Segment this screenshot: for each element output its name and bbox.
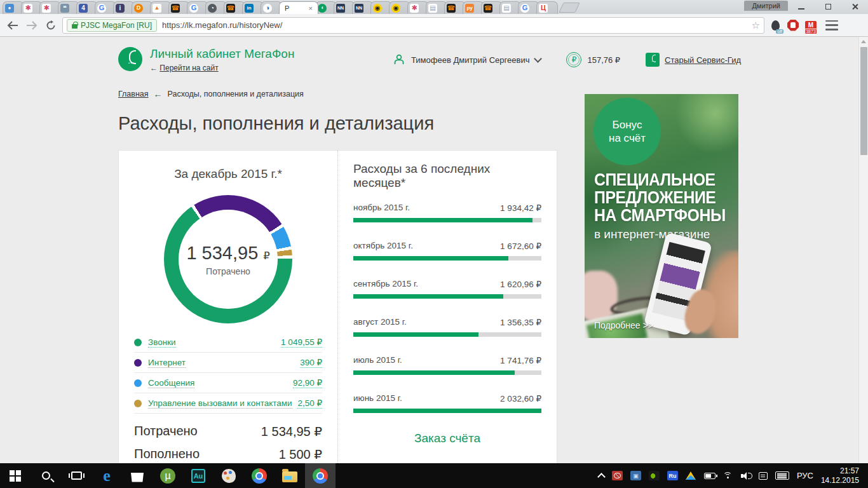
old-service-guide-link[interactable]: Старый Сервис-Гид (665, 55, 741, 65)
refresh-button[interactable] (43, 18, 58, 33)
browser-tab[interactable]: Ц (536, 1, 558, 14)
legend-value-link[interactable]: 92,90 ₽ (293, 377, 322, 388)
month-row: июль 2015 г. 1 741,76 ₽ (353, 355, 541, 375)
legend-value-link[interactable]: 1 049,55 ₽ (281, 337, 322, 348)
chrome-active-button[interactable] (305, 463, 336, 488)
chrome-profile-name[interactable]: Дмитрий (744, 1, 788, 11)
page-title: Расходы, пополнения и детализация (118, 113, 868, 134)
tab-close-icon[interactable]: × (309, 4, 313, 12)
megafon-logo-icon[interactable] (118, 47, 142, 71)
privacy-off-badge: off (776, 29, 783, 34)
user-menu[interactable]: Тимофеев Дмитрий Сергеевич (393, 53, 541, 66)
old-service-guide[interactable]: Старый Сервис-Гид (646, 53, 741, 67)
utorrent-button[interactable]: µ (153, 463, 183, 488)
tab-favicon: ◔ (208, 4, 217, 13)
minimize-button[interactable] (788, 0, 815, 13)
new-tab-button[interactable] (559, 3, 580, 13)
action-center-icon[interactable] (759, 472, 768, 480)
nvidia-icon[interactable] (649, 471, 660, 480)
close-button[interactable] (841, 0, 868, 13)
tab-favicon: ✱ (410, 4, 419, 13)
month-label: ноябрь 2015 г. (353, 203, 410, 213)
extension-adblock-button[interactable] (786, 18, 800, 32)
donut-legend: Звонки 1 049,55 ₽ Интернет 390 ₽ Сообщен… (134, 332, 322, 414)
audition-button[interactable]: Au (183, 463, 214, 488)
taskbar-clock[interactable]: 21:57 14.12.2015 (821, 466, 862, 485)
legend-category-link[interactable]: Сообщения (148, 378, 194, 388)
month-bar-track (353, 218, 541, 222)
order-invoice-link[interactable]: Заказ счёта (414, 431, 480, 445)
tab-favicon: ▤ (502, 4, 511, 13)
legend-dot-icon (134, 359, 142, 367)
banner-more-link[interactable]: Подробнее >> (594, 320, 653, 330)
paint-button[interactable] (214, 463, 244, 488)
legend-category-link[interactable]: Интернет (148, 358, 186, 368)
task-view-button[interactable] (61, 463, 92, 488)
month-bar-track (353, 370, 541, 375)
address-bar[interactable]: PJSC MegaFon [RU] https://lk.megafon.ru/… (62, 17, 764, 34)
utorrent-icon: µ (160, 468, 175, 484)
bookmark-star-icon[interactable]: ☆ (752, 20, 760, 31)
extension-privacy-button[interactable]: off (768, 18, 782, 32)
go-to-site-link[interactable]: Перейти на сайт (159, 64, 218, 72)
legend-row: Сообщения 92,90 ₽ (134, 373, 322, 393)
wifi-icon[interactable] (723, 472, 733, 480)
language-indicator[interactable]: РУС (797, 471, 813, 480)
page-scrollbar[interactable] (858, 37, 868, 463)
ev-certificate-badge[interactable]: PJSC MegaFon [RU] (67, 19, 157, 32)
tab-favicon: NN (355, 4, 363, 13)
legend-dot-icon (134, 379, 142, 387)
month-bar-track (353, 332, 541, 337)
volume-icon[interactable] (741, 472, 751, 480)
tab-favicon: ру (465, 4, 474, 13)
tray-app-icon[interactable]: ▣ (630, 471, 641, 480)
scrollbar-thumb[interactable] (860, 47, 867, 155)
maximize-icon (825, 4, 831, 10)
month-value: 2 032,60 ₽ (500, 393, 541, 403)
forward-button[interactable] (24, 18, 39, 33)
google-drive-icon[interactable] (686, 471, 696, 480)
punto-ru-icon[interactable]: Ru (667, 471, 678, 480)
back-button[interactable] (5, 18, 20, 33)
legend-row: Управление вызовами и контактами 2,50 ₽ (134, 393, 322, 414)
donut-center: 1 534,95 ₽ Потрачено (179, 210, 278, 309)
battery-icon[interactable] (704, 473, 715, 479)
browser-tab-active[interactable]: Р × (279, 1, 318, 14)
legend-value-link[interactable]: 2,50 ₽ (297, 398, 322, 409)
maximize-button[interactable] (815, 0, 841, 13)
tray-chevron-up-icon[interactable] (597, 473, 606, 481)
explorer-button[interactable] (275, 463, 305, 488)
store-button[interactable] (122, 463, 153, 488)
chrome-button[interactable] (244, 463, 275, 488)
legend-value-link[interactable]: 390 ₽ (300, 357, 322, 368)
balance-block[interactable]: ₽ 157,76 ₽ (566, 52, 620, 67)
breadcrumb-arrow-icon: ← (154, 89, 163, 99)
month-label: июнь 2015 г. (353, 393, 402, 403)
edge-button[interactable]: e (92, 463, 122, 488)
breadcrumb-current: Расходы, пополнения и детализация (168, 90, 304, 98)
minimize-icon (798, 8, 804, 10)
tray-remote-icon[interactable] (612, 471, 623, 480)
chrome-menu-button[interactable] (825, 20, 838, 30)
legend-category-link[interactable]: Управление вызовами и контактами (148, 398, 292, 409)
tab-favicon: D (134, 4, 143, 13)
month-label: июль 2015 г. (353, 355, 402, 365)
touch-keyboard-icon[interactable] (775, 471, 789, 480)
tab-favicon: ▤ (428, 4, 437, 13)
balance-value: 157,76 ₽ (587, 55, 620, 65)
legend-category-link[interactable]: Звонки (148, 337, 176, 348)
promo-banner[interactable]: Бонус на счёт СПЕЦИАЛЬНОЕ ПРЕДЛОЖЕНИЕ НА… (585, 94, 738, 338)
donut-total-value: 1 534,95 (186, 243, 258, 263)
scroll-up-arrow[interactable] (859, 37, 868, 46)
start-button[interactable] (0, 463, 31, 488)
taskbar-search-button[interactable] (31, 463, 61, 488)
url-text[interactable]: https://lk.megafon.ru/historyNew/ (162, 20, 282, 30)
extension-mail-button[interactable]: M 3873 (804, 18, 818, 32)
tab-favicon: G (189, 4, 198, 13)
tab-favicon: ◉ (391, 4, 400, 13)
donut-chart[interactable]: 1 534,95 ₽ Потрачено (164, 195, 292, 323)
breadcrumb-home-link[interactable]: Главная (118, 90, 149, 98)
ev-badge-label: PJSC MegaFon [RU] (81, 21, 152, 30)
close-icon (851, 3, 858, 10)
donut-panel: За декабрь 2015 г.* 1 534,95 ₽ Потрачено… (119, 151, 337, 463)
